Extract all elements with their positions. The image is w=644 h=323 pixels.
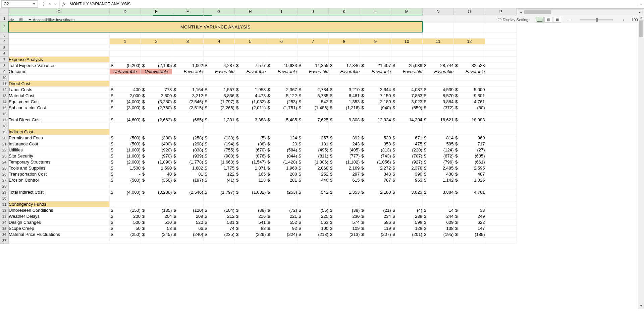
value-cell[interactable]: $3,644	[360, 87, 391, 93]
value-cell[interactable]: $343	[360, 171, 391, 177]
empty-cell[interactable]	[172, 183, 203, 189]
empty-cell[interactable]	[234, 81, 266, 87]
empty-cell[interactable]	[234, 32, 266, 39]
row-label[interactable]: Weather Delays	[8, 213, 109, 219]
value-cell[interactable]: $(72)	[266, 207, 297, 213]
outcome-cell[interactable]: Favorable	[422, 69, 453, 75]
value-cell[interactable]: $14,355	[297, 63, 328, 69]
column-header-D[interactable]: D	[109, 8, 141, 15]
empty-cell[interactable]	[234, 51, 266, 57]
empty-cell[interactable]	[391, 129, 422, 135]
empty-cell[interactable]	[454, 21, 485, 32]
month-header-2[interactable]: 2	[141, 39, 172, 45]
value-cell[interactable]: $392	[328, 135, 360, 141]
empty-cell[interactable]	[328, 45, 360, 51]
empty-cell[interactable]	[234, 129, 266, 135]
value-cell[interactable]: $(240)	[172, 232, 203, 238]
value-cell[interactable]: $(213)	[328, 232, 360, 238]
empty-cell[interactable]	[266, 45, 297, 51]
row-label[interactable]: Labor Costs	[8, 87, 109, 93]
section-contingency[interactable]: Contingency Funds	[8, 201, 109, 207]
value-cell[interactable]: $1,968	[266, 165, 297, 171]
empty-cell[interactable]	[234, 45, 266, 51]
empty-cell[interactable]	[203, 111, 234, 117]
value-cell[interactable]: $100	[297, 225, 328, 232]
value-cell[interactable]: $(2,266)	[203, 105, 234, 111]
row-header-15[interactable]: 15	[0, 105, 9, 111]
row-header-31[interactable]: 31	[0, 201, 9, 207]
empty-cell[interactable]	[360, 51, 391, 57]
value-cell[interactable]: $622	[454, 219, 485, 225]
value-cell[interactable]: $244	[422, 213, 453, 219]
value-cell[interactable]: $(1,056)	[360, 159, 391, 165]
empty-cell[interactable]	[172, 201, 203, 207]
empty-cell[interactable]	[391, 51, 422, 57]
value-cell[interactable]: $(5,200)	[109, 63, 141, 69]
empty-cell[interactable]	[360, 111, 391, 117]
value-cell[interactable]: $1,682	[172, 165, 203, 171]
empty-cell[interactable]	[422, 183, 453, 189]
empty-cell[interactable]	[172, 123, 203, 129]
row-header-9[interactable]: 9	[0, 69, 9, 75]
row-label[interactable]: Subcontractor Cost	[8, 105, 109, 111]
spreadsheet-grid[interactable]: CDEFGHIJKLMNOP12MONTHLY VARIANCE ANALYSI…	[0, 8, 517, 244]
value-cell[interactable]: $814	[422, 135, 453, 141]
value-cell[interactable]: $(2,546)	[172, 189, 203, 195]
value-cell[interactable]: $(27)	[454, 147, 485, 153]
empty-cell[interactable]	[234, 195, 266, 201]
value-cell[interactable]: $(3,280)	[141, 99, 172, 105]
empty-cell[interactable]	[328, 51, 360, 57]
value-cell[interactable]: $7,625	[297, 117, 328, 123]
empty-cell[interactable]	[391, 183, 422, 189]
empty-cell[interactable]	[297, 195, 328, 201]
value-cell[interactable]: $92	[266, 225, 297, 232]
row-header-11[interactable]: 11	[0, 81, 9, 87]
value-cell[interactable]: $500	[109, 219, 141, 225]
empty-cell[interactable]	[172, 129, 203, 135]
value-cell[interactable]: $138	[422, 225, 453, 232]
value-cell[interactable]: $510	[141, 219, 172, 225]
value-cell[interactable]: $(88)	[234, 141, 266, 147]
row-header-10[interactable]: 10	[0, 75, 9, 81]
empty-cell[interactable]	[454, 238, 485, 244]
empty-cell[interactable]	[360, 201, 391, 207]
row-label[interactable]: Total Indirect Cost	[8, 189, 109, 195]
value-cell[interactable]: $(876)	[234, 153, 266, 159]
empty-cell[interactable]	[266, 51, 297, 57]
value-cell[interactable]: $598	[391, 219, 422, 225]
value-cell[interactable]: $5,000	[454, 87, 485, 93]
value-cell[interactable]: $(796)	[422, 159, 453, 165]
empty-cell[interactable]	[360, 45, 391, 51]
row-header-21[interactable]: 21	[0, 141, 9, 147]
scroll-down-icon[interactable]: ▼	[638, 303, 644, 309]
value-cell[interactable]: $1,142	[422, 177, 453, 183]
column-header-E[interactable]: E	[141, 8, 172, 15]
empty-cell[interactable]	[391, 75, 422, 81]
empty-cell[interactable]	[203, 51, 234, 57]
empty-cell[interactable]	[141, 51, 172, 57]
value-cell[interactable]: $(235)	[203, 232, 234, 238]
empty-cell[interactable]	[109, 201, 141, 207]
row-header-32[interactable]: 32	[0, 207, 9, 213]
outcome-cell[interactable]: Favorable	[203, 69, 234, 75]
value-cell[interactable]: $(104)	[203, 207, 234, 213]
empty-cell[interactable]	[454, 129, 485, 135]
value-cell[interactable]: $530	[360, 135, 391, 141]
value-cell[interactable]: $252	[297, 171, 328, 177]
value-cell[interactable]: $541	[234, 219, 266, 225]
value-cell[interactable]: $574	[328, 219, 360, 225]
row-label[interactable]: Erosion Control	[8, 177, 109, 183]
value-cell[interactable]: $(4,000)	[109, 99, 141, 105]
empty-cell[interactable]	[485, 195, 516, 201]
value-cell[interactable]: $10,933	[266, 63, 297, 69]
empty-cell[interactable]	[266, 111, 297, 117]
empty-cell[interactable]	[360, 81, 391, 87]
column-header-F[interactable]: F	[172, 8, 203, 15]
empty-cell[interactable]	[109, 57, 141, 63]
section-expense-analysis[interactable]: Expense Analysis	[8, 57, 109, 63]
value-cell[interactable]: $(80)	[454, 105, 485, 111]
row-header-30[interactable]: 30	[0, 195, 9, 201]
empty-cell[interactable]	[203, 81, 234, 87]
empty-cell[interactable]	[485, 32, 516, 39]
value-cell[interactable]: $(2,546)	[172, 99, 203, 105]
